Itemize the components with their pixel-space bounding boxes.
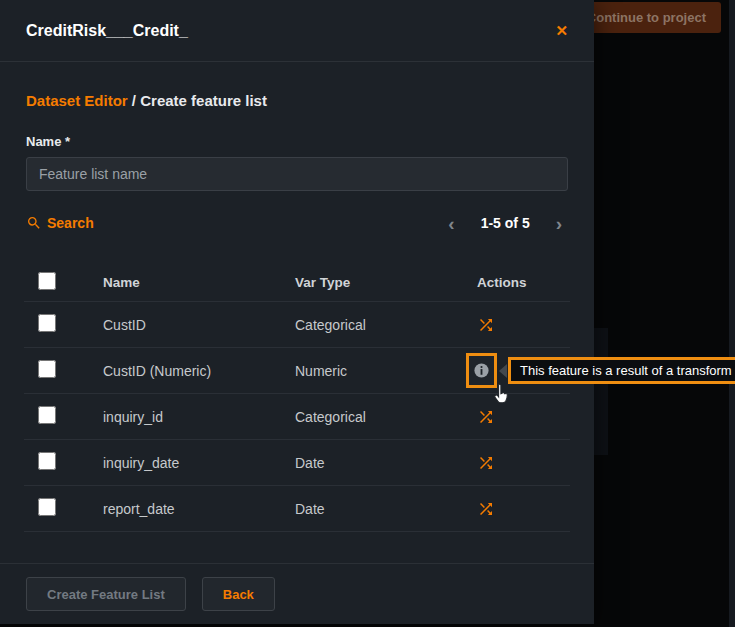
transform-shuffle-icon[interactable] xyxy=(477,408,495,426)
feature-name: inquiry_id xyxy=(103,409,295,425)
page-next-icon[interactable]: › xyxy=(556,214,562,233)
column-header-name: Name xyxy=(103,275,295,290)
transform-tooltip: This feature is a result of a transform xyxy=(508,357,735,384)
transform-shuffle-icon[interactable] xyxy=(477,316,495,334)
feature-name: CustID (Numeric) xyxy=(103,363,295,379)
feature-name: inquiry_date xyxy=(103,455,295,471)
create-feature-list-button[interactable]: Create Feature List xyxy=(26,577,186,611)
row-checkbox[interactable] xyxy=(38,360,56,378)
modal-title: CreditRisk___Credit_ xyxy=(26,22,188,40)
feature-vartype: Numeric xyxy=(295,363,477,379)
breadcrumb-current: Create feature list xyxy=(140,92,267,109)
page-prev-icon[interactable]: ‹ xyxy=(448,214,454,233)
close-icon[interactable]: ✕ xyxy=(555,23,568,38)
continue-to-project-button[interactable]: Continue to project xyxy=(572,2,721,33)
page-range: 1-5 of 5 xyxy=(481,215,530,231)
row-checkbox[interactable] xyxy=(38,452,56,470)
modal-footer: Create Feature List Back xyxy=(0,563,594,624)
row-checkbox[interactable] xyxy=(38,498,56,516)
table-row: CustID (Numeric) Numeric This feature is… xyxy=(24,348,570,394)
spacer xyxy=(0,532,594,563)
feature-name: report_date xyxy=(103,501,295,517)
feature-vartype: Categorical xyxy=(295,317,477,333)
breadcrumb-separator: / xyxy=(128,92,141,109)
row-checkbox[interactable] xyxy=(38,406,56,424)
pagination: ‹ 1-5 of 5 › xyxy=(448,214,562,233)
feature-list-name-input[interactable] xyxy=(26,157,568,191)
table-row: CustID Categorical xyxy=(24,302,570,348)
modal-header: CreditRisk___Credit_ ✕ xyxy=(0,0,594,62)
table-row: inquiry_date Date xyxy=(24,440,570,486)
feature-table: Name Var Type Actions CustID Categorical… xyxy=(24,263,570,532)
column-header-actions: Actions xyxy=(477,275,570,290)
row-checkbox[interactable] xyxy=(38,314,56,332)
table-row: inquiry_id Categorical xyxy=(24,394,570,440)
tooltip-caret xyxy=(499,364,507,378)
select-all-checkbox[interactable] xyxy=(38,272,56,290)
search-icon xyxy=(26,215,42,231)
background-scrollbar-strip xyxy=(729,0,735,627)
breadcrumb-dataset-editor[interactable]: Dataset Editor xyxy=(26,92,128,109)
feature-vartype: Date xyxy=(295,455,477,471)
feature-name: CustID xyxy=(103,317,295,333)
back-button[interactable]: Back xyxy=(202,577,275,611)
info-icon-highlight-box[interactable] xyxy=(466,353,497,388)
feature-vartype: Date xyxy=(295,501,477,517)
feature-vartype: Categorical xyxy=(295,409,477,425)
search-toggle[interactable]: Search xyxy=(26,215,94,231)
info-icon[interactable] xyxy=(473,362,490,379)
breadcrumb: Dataset Editor / Create feature list xyxy=(0,92,594,109)
column-header-vartype: Var Type xyxy=(295,275,477,290)
transform-shuffle-icon[interactable] xyxy=(477,500,495,518)
table-row: report_date Date xyxy=(24,486,570,532)
transform-shuffle-icon[interactable] xyxy=(477,454,495,472)
table-header-row: Name Var Type Actions xyxy=(24,263,570,302)
create-feature-list-modal: CreditRisk___Credit_ ✕ Dataset Editor / … xyxy=(0,0,594,624)
name-field-label: Name * xyxy=(0,134,594,149)
search-label: Search xyxy=(47,215,94,231)
